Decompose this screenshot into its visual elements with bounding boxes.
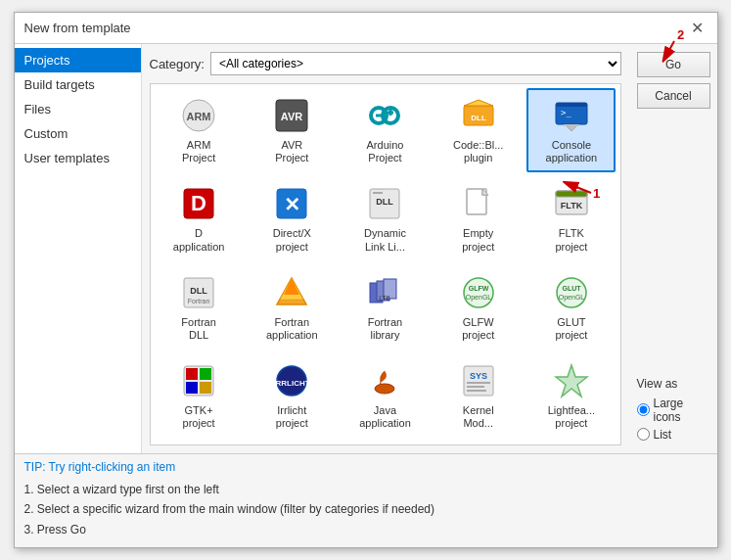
- grid-item-fortran-dll[interactable]: DLL Fortran FortranDLL: [155, 265, 244, 350]
- console-label: Consoleapplication: [546, 139, 598, 164]
- dll-label: DynamicLink Li...: [364, 227, 406, 253]
- fortran-lib-icon: LT6: [365, 273, 404, 312]
- grid-item-irrlicht[interactable]: IRRLICHT Irrlichtproject: [248, 353, 337, 438]
- grid-item-arm[interactable]: ARM ARMProject: [155, 88, 244, 172]
- title-bar: New from template ✕: [15, 13, 717, 44]
- large-icons-label: Large icons: [654, 397, 709, 424]
- svg-rect-13: [556, 103, 587, 107]
- svg-text:AVR: AVR: [281, 111, 302, 122]
- lightfea-label: Lightfea...project: [548, 404, 595, 430]
- fltk-icon: FLTK: [552, 184, 591, 223]
- svg-text:Fortran: Fortran: [188, 298, 210, 304]
- fortran-app-label: Fortranapplication: [266, 316, 318, 342]
- list-option[interactable]: List: [637, 428, 709, 442]
- instruction-3: 3. Press Go: [24, 520, 708, 539]
- arduino-label: ArduinoProject: [367, 139, 404, 164]
- svg-rect-48: [186, 382, 198, 394]
- new-from-template-dialog: New from template ✕ Projects Build targe…: [14, 12, 718, 548]
- svg-text:DLL: DLL: [471, 114, 486, 122]
- grid-item-arduino[interactable]: ArduinoProject: [341, 88, 430, 172]
- grid-item-fortran-app[interactable]: Fortranapplication: [248, 265, 337, 350]
- main-area: Projects Build targets Files Custom User…: [15, 44, 717, 453]
- glfw-label: GLFWproject: [462, 316, 494, 342]
- grid-item-dll[interactable]: DLL DynamicLink Li...: [341, 176, 430, 260]
- cancel-button[interactable]: Cancel: [637, 83, 710, 109]
- grid-item-glut[interactable]: GLUT OpenGL GLUTproject: [526, 265, 616, 350]
- go-button[interactable]: Go: [637, 52, 710, 77]
- glut-icon: GLUT OpenGL: [552, 273, 591, 312]
- large-icons-option[interactable]: Large icons: [637, 397, 709, 424]
- grid-item-extra2[interactable]: [248, 443, 337, 445]
- sidebar-item-projects[interactable]: Projects: [15, 48, 141, 72]
- grid-item-cb-plugin[interactable]: DLL Code::Bl...plugin: [434, 88, 523, 172]
- grid-item-kernel-mod[interactable]: SYS KernelMod...: [434, 353, 523, 438]
- svg-text:D: D: [191, 191, 206, 215]
- grid-item-d-app[interactable]: D Dapplication: [155, 176, 244, 260]
- dll-icon: DLL: [365, 184, 404, 223]
- grid-item-glfw[interactable]: GLFW OpenGL GLFWproject: [434, 265, 523, 350]
- sidebar-item-files[interactable]: Files: [15, 97, 141, 121]
- svg-point-39: [464, 278, 493, 307]
- arm-label: ARMProject: [182, 139, 215, 164]
- instruction-2: 2. Select a specific wizard from the mai…: [24, 499, 708, 519]
- category-select[interactable]: <All categories>: [210, 52, 621, 75]
- svg-rect-23: [373, 192, 383, 194]
- view-as-section: View as Large icons List: [637, 377, 709, 445]
- svg-text:IRRLICHT: IRRLICHT: [274, 379, 309, 388]
- svg-rect-47: [200, 368, 211, 380]
- icon-grid-container[interactable]: ARM ARMProject AVR: [150, 83, 621, 445]
- grid-item-java[interactable]: Javaapplication: [341, 353, 430, 438]
- svg-rect-56: [467, 386, 484, 388]
- avr-label: AVRProject: [275, 139, 308, 164]
- svg-text:DLL: DLL: [190, 286, 207, 296]
- grid-item-fortran-lib[interactable]: LT6 Fortranlibrary: [341, 265, 430, 350]
- svg-text:LT6: LT6: [380, 295, 391, 302]
- glut-label: GLUTproject: [555, 316, 587, 342]
- svg-rect-16: [564, 124, 579, 126]
- cb-plugin-label: Code::Bl...plugin: [453, 139, 503, 164]
- sidebar-item-custom[interactable]: Custom: [15, 121, 141, 146]
- svg-text:DLL: DLL: [377, 197, 394, 207]
- grid-item-extra1[interactable]: [155, 443, 244, 445]
- sidebar-item-build-targets[interactable]: Build targets: [15, 72, 141, 97]
- dialog-title: New from template: [24, 21, 131, 35]
- irrlicht-icon: IRRLICHT: [272, 361, 311, 400]
- fortran-dll-icon: DLL Fortran: [179, 273, 218, 312]
- d-app-icon: D: [179, 184, 218, 223]
- grid-item-lightfea[interactable]: Lightfea...project: [526, 353, 616, 438]
- tip-text: TIP: Try right-clicking an item: [24, 460, 708, 474]
- close-button[interactable]: ✕: [687, 19, 708, 38]
- grid-item-avr[interactable]: AVR AVRProject: [248, 88, 337, 172]
- grid-item-console[interactable]: >_ Consoleapplication: [526, 88, 616, 172]
- content-area: Category: <All categories> ARM: [142, 44, 629, 453]
- instructions: 1. Select a wizard type first on the lef…: [24, 480, 708, 539]
- sidebar-item-user-templates[interactable]: User templates: [15, 146, 141, 170]
- kernel-mod-icon: SYS: [459, 361, 498, 400]
- grid-item-extra3[interactable]: [341, 443, 430, 445]
- large-icons-radio[interactable]: [637, 403, 650, 416]
- grid-item-extra4[interactable]: !: [434, 443, 523, 445]
- svg-text:GLFW: GLFW: [468, 285, 488, 292]
- cb-plugin-icon: DLL: [459, 96, 498, 135]
- category-row: Category: <All categories>: [150, 52, 621, 75]
- svg-marker-34: [284, 278, 299, 295]
- gtk-icon: [179, 361, 218, 400]
- svg-point-42: [557, 278, 586, 307]
- svg-rect-27: [556, 191, 587, 197]
- grid-item-directx[interactable]: ✕ Direct/Xproject: [248, 176, 337, 260]
- fortran-lib-label: Fortranlibrary: [368, 316, 402, 342]
- list-radio[interactable]: [637, 428, 650, 441]
- icon-grid: ARM ARMProject AVR: [155, 88, 617, 445]
- svg-text:✕: ✕: [284, 194, 300, 215]
- category-label: Category:: [150, 57, 205, 71]
- svg-rect-49: [200, 382, 211, 394]
- d-app-label: Dapplication: [173, 227, 225, 253]
- grid-item-empty[interactable]: Emptyproject: [434, 176, 523, 260]
- bottom-area: TIP: Try right-clicking an item 1. Selec…: [15, 453, 717, 547]
- grid-item-fltk[interactable]: FLTK FLTKproject: [526, 176, 616, 260]
- empty-label: Emptyproject: [462, 227, 494, 253]
- grid-item-gtk[interactable]: GTK+project: [155, 353, 244, 438]
- sidebar: Projects Build targets Files Custom User…: [15, 44, 142, 453]
- list-label: List: [654, 428, 672, 442]
- java-icon: [365, 361, 404, 400]
